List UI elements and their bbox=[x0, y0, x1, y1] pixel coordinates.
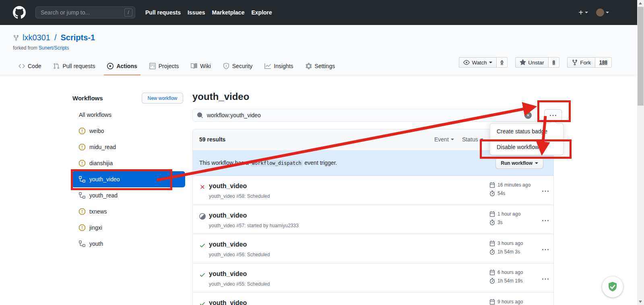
run-row: youth_video youth_video #57: started by … bbox=[193, 205, 553, 234]
github-logo-icon[interactable] bbox=[13, 6, 26, 19]
workflow-options-menu: Create status badge Disable workflow bbox=[490, 123, 564, 155]
clear-search-button[interactable] bbox=[524, 112, 532, 119]
scroll-down-arrow-icon[interactable] bbox=[639, 301, 642, 303]
graph-icon bbox=[264, 63, 271, 69]
run-time: 16 minutes ago bbox=[497, 182, 530, 188]
tab-security[interactable]: Security bbox=[220, 58, 256, 75]
nav-link-issues[interactable]: Issues bbox=[188, 9, 205, 16]
warning-octagon-icon bbox=[79, 224, 85, 231]
run-title-link[interactable]: youth_video bbox=[209, 241, 247, 248]
menu-item-disable-workflow[interactable]: Disable workflow bbox=[490, 139, 563, 155]
adguard-shield-button[interactable] bbox=[602, 276, 623, 297]
run-title-link[interactable]: youth_video bbox=[209, 183, 247, 190]
shield-check-icon bbox=[607, 281, 619, 293]
run-meta: 1 hour ago 3s bbox=[489, 210, 520, 227]
sidebar-item-all-workflows[interactable]: All workflows bbox=[72, 107, 185, 123]
project-icon bbox=[149, 63, 156, 69]
create-new-button[interactable]: + bbox=[578, 8, 588, 17]
repo-name-link[interactable]: Scripts-1 bbox=[61, 33, 95, 42]
sidebar-item-youth_video[interactable]: youth_video bbox=[72, 171, 185, 187]
chevron-down-icon bbox=[606, 12, 609, 13]
stopwatch-icon bbox=[489, 220, 495, 225]
sidebar-item-midu_read[interactable]: midu_read bbox=[72, 139, 185, 155]
run-search bbox=[192, 109, 539, 122]
watch-button[interactable]: Watch bbox=[459, 57, 496, 68]
run-row: youth_video youth_video #56: Scheduled 3… bbox=[193, 234, 553, 264]
forked-from: forked from Sunert/Scripts bbox=[13, 45, 69, 51]
run-meta: 3 hours ago 1h 54m 3s bbox=[489, 239, 523, 256]
menu-item-create-status-badge[interactable]: Create status badge bbox=[490, 124, 563, 139]
sidebar-item-txnews[interactable]: txnews bbox=[72, 203, 185, 220]
new-workflow-button[interactable]: New workflow bbox=[142, 93, 183, 104]
pull-request-icon bbox=[53, 63, 60, 69]
unstar-button[interactable]: Unstar bbox=[515, 57, 548, 68]
workflow-label: weibo bbox=[89, 128, 104, 134]
sidebar-item-weibo[interactable]: weibo bbox=[72, 123, 185, 139]
run-row: youth_video youth_video #58: Scheduled 1… bbox=[193, 176, 553, 205]
fork-source-link[interactable]: Sunert/Scripts bbox=[39, 45, 69, 51]
run-time: 1 hour ago bbox=[497, 211, 520, 217]
nav-link-explore[interactable]: Explore bbox=[251, 9, 272, 16]
fork-group: Fork 188 bbox=[567, 57, 612, 68]
scroll-up-arrow-icon[interactable] bbox=[639, 2, 642, 4]
workflow-label: jingxi bbox=[89, 224, 102, 231]
kebab-icon bbox=[550, 112, 556, 119]
chevron-down-icon bbox=[480, 139, 483, 140]
watch-count[interactable]: 0 bbox=[497, 57, 508, 68]
tab-actions[interactable]: Actions bbox=[104, 58, 140, 75]
status-filter[interactable]: Status bbox=[462, 136, 483, 143]
nav-link-pull-requests[interactable]: Pull requests bbox=[145, 9, 181, 16]
star-icon bbox=[520, 59, 526, 66]
top-navbar: / Pull requests Issues Marketplace Explo… bbox=[0, 0, 637, 25]
tab-code[interactable]: Code bbox=[15, 58, 44, 75]
sidebar-item-jingxi[interactable]: jingxi bbox=[72, 220, 185, 236]
run-workflow-button[interactable]: Run workflow bbox=[495, 158, 543, 169]
tab-projects[interactable]: Projects bbox=[146, 58, 182, 75]
repo-owner-link[interactable]: lxk0301 bbox=[23, 33, 50, 42]
forked-from-text: forked from bbox=[13, 45, 39, 51]
tab-pull-requests[interactable]: Pull requests bbox=[50, 58, 98, 75]
sidebar-item-dianshijia[interactable]: dianshijia bbox=[72, 155, 185, 171]
user-menu-button[interactable] bbox=[596, 8, 609, 17]
run-options-button[interactable] bbox=[541, 245, 550, 255]
avatar bbox=[596, 8, 604, 17]
run-title-link[interactable]: youth_video bbox=[209, 299, 247, 305]
fork-count[interactable]: 188 bbox=[595, 57, 612, 68]
run-subtitle: youth_video #56: Scheduled bbox=[209, 252, 270, 257]
calendar-icon bbox=[489, 211, 495, 217]
repo-separator: / bbox=[54, 33, 58, 42]
global-search-input[interactable] bbox=[35, 6, 135, 19]
plus-icon: + bbox=[578, 8, 583, 17]
tab-insights[interactable]: Insights bbox=[261, 58, 296, 75]
fork-button[interactable]: Fork bbox=[567, 57, 595, 68]
scrollbar-thumb[interactable] bbox=[638, 7, 644, 106]
sidebar-item-youth[interactable]: youth bbox=[72, 236, 185, 252]
chevron-down-icon bbox=[585, 12, 588, 13]
star-count[interactable]: 8 bbox=[549, 57, 560, 68]
run-options-button[interactable] bbox=[541, 274, 550, 284]
run-search-input[interactable] bbox=[192, 109, 539, 122]
warning-octagon-icon bbox=[79, 128, 85, 134]
run-options-button[interactable] bbox=[541, 187, 550, 196]
run-title-link[interactable]: youth_video bbox=[209, 212, 247, 219]
unstar-label: Unstar bbox=[528, 60, 544, 66]
chevron-down-icon bbox=[489, 62, 492, 63]
run-options-button[interactable] bbox=[541, 216, 550, 226]
workflow-label: youth_read bbox=[89, 192, 118, 199]
tab-label: Code bbox=[28, 63, 41, 69]
tab-settings[interactable]: Settings bbox=[302, 58, 339, 75]
calendar-icon bbox=[489, 299, 495, 305]
run-title-link[interactable]: youth_video bbox=[209, 270, 247, 278]
workflow-label: youth bbox=[89, 241, 103, 247]
run-duration: 1h 54m 19s bbox=[497, 278, 523, 284]
page-scrollbar[interactable] bbox=[637, 0, 644, 305]
page-title: youth_video bbox=[192, 91, 249, 102]
event-filter[interactable]: Event bbox=[434, 136, 454, 143]
cancelled-slash-icon bbox=[199, 213, 206, 220]
sidebar-item-youth_read[interactable]: youth_read bbox=[72, 187, 185, 203]
tab-wiki[interactable]: Wiki bbox=[188, 58, 214, 75]
run-duration: 3s bbox=[497, 220, 503, 225]
filter-label: Event bbox=[434, 136, 449, 143]
nav-link-marketplace[interactable]: Marketplace bbox=[212, 9, 245, 16]
book-icon bbox=[191, 63, 197, 69]
